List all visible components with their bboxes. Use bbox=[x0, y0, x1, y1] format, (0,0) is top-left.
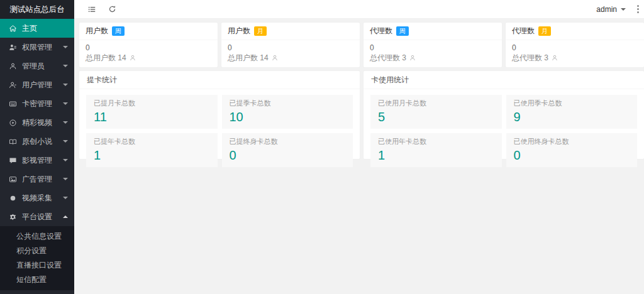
permission-user-icon bbox=[8, 43, 17, 52]
week-badge: 周 bbox=[396, 26, 409, 36]
sidebar-item-card-keys[interactable]: 卡密管理 bbox=[0, 94, 74, 113]
stat-cell: 已提年卡总数 1 bbox=[86, 133, 218, 167]
sidebar-submenu: 公共信息设置 积分设置 直播接口设置 短信配置 bbox=[0, 226, 74, 290]
stat-cell: 已使用终身卡总数 0 bbox=[506, 133, 638, 167]
cell-label: 已提月卡总数 bbox=[94, 99, 210, 108]
sidebar-item-admins[interactable]: 管理员 bbox=[0, 57, 74, 75]
image-icon bbox=[8, 175, 17, 183]
topbar: admin bbox=[74, 0, 644, 19]
card-body: 0 总代理数 3 bbox=[364, 40, 502, 67]
app-title: 测试站点总后台 bbox=[0, 0, 74, 19]
chevron-down-icon bbox=[63, 84, 68, 86]
month-badge: 月 bbox=[538, 26, 551, 36]
panel-body: 已提月卡总数 11 已提季卡总数 10 已提年卡总数 1 已提终身卡总数 bbox=[79, 89, 360, 173]
sidebar-item-users[interactable]: 用户管理 bbox=[0, 75, 74, 94]
sidebar-nav: 主页 权限管理 管理员 用户管理 bbox=[0, 19, 74, 290]
person-icon bbox=[551, 54, 558, 62]
week-badge: 周 bbox=[112, 26, 125, 36]
admin-dropdown[interactable]: admin bbox=[596, 5, 626, 14]
book-icon bbox=[8, 137, 17, 146]
sidebar: 测试站点总后台 主页 权限管理 管理员 bbox=[0, 0, 74, 294]
card-body: 0 总用户数 14 bbox=[79, 40, 218, 67]
stat-cell: 已提月卡总数 11 bbox=[86, 95, 218, 129]
stat-card-users-month: 用户数 月 0 总用户数 14 bbox=[221, 23, 360, 67]
sidebar-subitem-public-info[interactable]: 公共信息设置 bbox=[0, 229, 74, 244]
sidebar-item-video-collect[interactable]: 视频采集 bbox=[0, 188, 74, 207]
card-title: 用户数 bbox=[86, 26, 108, 36]
card-title: 代理数 bbox=[370, 26, 392, 36]
card-total-label: 总代理数 3 bbox=[512, 53, 548, 63]
stat-cell: 已使用月卡总数 5 bbox=[370, 95, 502, 129]
sidebar-item-label: 用户管理 bbox=[22, 80, 63, 90]
card-value: 0 bbox=[512, 43, 638, 53]
chevron-down-icon bbox=[63, 159, 68, 161]
cell-label: 已使用终身卡总数 bbox=[514, 137, 630, 146]
sidebar-item-permissions[interactable]: 权限管理 bbox=[0, 38, 74, 57]
cell-value: 1 bbox=[378, 148, 494, 163]
record-circle-icon bbox=[8, 193, 17, 202]
stat-card-agents-week: 代理数 周 0 总代理数 3 bbox=[364, 23, 502, 67]
card-header: 代理数 周 bbox=[364, 23, 502, 40]
sidebar-item-label: 影视管理 bbox=[22, 155, 63, 166]
play-circle-icon bbox=[8, 118, 17, 127]
panel-title: 提卡统计 bbox=[79, 71, 360, 89]
sidebar-item-label: 精彩视频 bbox=[22, 117, 63, 128]
sidebar-item-label: 视频采集 bbox=[22, 193, 63, 204]
sidebar-item-videos[interactable]: 精彩视频 bbox=[0, 113, 74, 132]
sidebar-item-platform-settings[interactable]: 平台设置 bbox=[0, 207, 74, 226]
menu-fold-icon[interactable] bbox=[87, 4, 97, 14]
card-total: 总用户数 14 bbox=[86, 53, 211, 63]
panels-row: 提卡统计 已提月卡总数 11 已提季卡总数 10 已提年卡总数 1 bbox=[79, 71, 644, 159]
sidebar-item-label: 主页 bbox=[22, 23, 68, 34]
admin-user-icon bbox=[8, 62, 17, 70]
card-total: 总代理数 3 bbox=[370, 53, 496, 63]
stat-card-agents-month: 代理数 月 0 总代理数 3 bbox=[506, 23, 644, 67]
sidebar-subitem-points[interactable]: 积分设置 bbox=[0, 244, 74, 258]
chevron-down-icon bbox=[63, 46, 68, 48]
chevron-down-icon bbox=[63, 178, 68, 180]
stat-cell: 已使用年卡总数 1 bbox=[370, 133, 502, 167]
cell-value: 11 bbox=[94, 109, 210, 124]
card-value: 0 bbox=[370, 43, 496, 53]
cell-value: 9 bbox=[514, 109, 630, 124]
dashboard-content: 用户数 周 0 总用户数 14 用户数 月 bbox=[74, 19, 644, 294]
card-total: 总代理数 3 bbox=[512, 53, 638, 63]
chevron-down-icon bbox=[63, 65, 68, 67]
home-icon bbox=[8, 24, 17, 33]
more-vertical-icon[interactable] bbox=[635, 3, 641, 15]
sidebar-item-label: 平台设置 bbox=[22, 212, 63, 222]
card-body: 0 总用户数 14 bbox=[221, 40, 360, 67]
sidebar-item-movies[interactable]: 影视管理 bbox=[0, 151, 74, 170]
sidebar-item-label: 原创小说 bbox=[22, 136, 63, 147]
sidebar-item-label: 卡密管理 bbox=[22, 99, 63, 109]
card-total: 总用户数 14 bbox=[228, 53, 353, 63]
sidebar-item-home[interactable]: 主页 bbox=[0, 19, 74, 38]
gear-icon bbox=[8, 212, 17, 221]
card-header: 用户数 周 bbox=[79, 23, 218, 40]
chevron-up-icon bbox=[63, 215, 68, 218]
cell-label: 已提季卡总数 bbox=[230, 99, 346, 108]
sidebar-item-label: 管理员 bbox=[22, 61, 63, 72]
card-value: 0 bbox=[86, 43, 211, 53]
main-area: admin 用户数 周 0 总用户数 14 bbox=[74, 0, 644, 294]
chevron-down-icon bbox=[63, 197, 68, 199]
cell-value: 1 bbox=[94, 148, 210, 163]
month-badge: 月 bbox=[254, 26, 267, 36]
stat-cell: 已提季卡总数 10 bbox=[222, 95, 353, 129]
sidebar-item-ads[interactable]: 广告管理 bbox=[0, 170, 74, 188]
panel-card-issue-stats: 提卡统计 已提月卡总数 11 已提季卡总数 10 已提年卡总数 1 bbox=[79, 71, 360, 159]
stat-cards-row: 用户数 周 0 总用户数 14 用户数 月 bbox=[79, 23, 644, 67]
card-body: 0 总代理数 3 bbox=[506, 40, 644, 67]
card-total-label: 总用户数 14 bbox=[86, 53, 126, 63]
sidebar-item-label: 权限管理 bbox=[22, 42, 63, 53]
cell-label: 已使用季卡总数 bbox=[514, 99, 630, 108]
person-icon bbox=[409, 54, 416, 62]
cell-value: 0 bbox=[230, 148, 346, 163]
cell-value: 10 bbox=[230, 109, 346, 124]
refresh-icon[interactable] bbox=[107, 4, 117, 14]
sidebar-subitem-sms[interactable]: 短信配置 bbox=[0, 273, 74, 287]
sidebar-item-novels[interactable]: 原创小说 bbox=[0, 132, 74, 151]
card-total-label: 总用户数 14 bbox=[228, 53, 269, 63]
card-title: 用户数 bbox=[228, 26, 250, 36]
sidebar-subitem-live-api[interactable]: 直播接口设置 bbox=[0, 258, 74, 273]
